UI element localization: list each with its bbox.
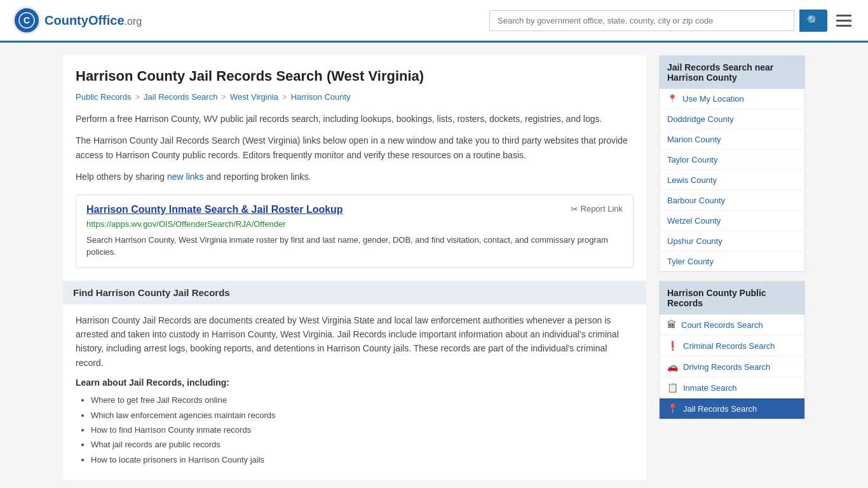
result-card-header: Harrison County Inmate Search & Jail Ros… — [86, 204, 623, 215]
page-title: Harrison County Jail Records Search (Wes… — [76, 68, 634, 85]
logo-area: C CountyOffice.org — [13, 6, 142, 34]
record-icon: 📍 — [667, 403, 678, 414]
nearby-heading: Jail Records Search near Harrison County — [667, 62, 773, 83]
menu-bar-3 — [836, 25, 851, 27]
search-button[interactable]: 🔍 — [799, 10, 827, 32]
record-link[interactable]: Driving Records Search — [683, 362, 770, 372]
county-list: Doddridge CountyMarion CountyTaylor Coun… — [660, 109, 804, 271]
county-link[interactable]: Tyler County — [667, 257, 714, 266]
county-link[interactable]: Doddridge County — [667, 114, 734, 124]
county-link[interactable]: Lewis County — [667, 175, 717, 185]
public-records-header: Harrison County Public Records — [660, 281, 804, 315]
record-link[interactable]: Court Records Search — [681, 320, 763, 330]
county-link[interactable]: Marion County — [667, 135, 721, 144]
list-item: How to find Harrison County inmate recor… — [91, 423, 634, 437]
bullet-list: Where to get free Jail Records onlineWhi… — [76, 393, 634, 467]
breadcrumb-harrison-county[interactable]: Harrison County — [291, 92, 351, 102]
desc3-prefix: Help others by sharing — [76, 172, 167, 182]
public-records-heading: Harrison County Public Records — [667, 288, 766, 308]
county-list-item[interactable]: Tyler County — [660, 252, 804, 271]
county-list-item[interactable]: Wetzel County — [660, 211, 804, 231]
learn-heading: Learn about Jail Records, including: — [76, 377, 634, 388]
public-records-section: Harrison County Public Records 🏛 Court R… — [659, 281, 805, 419]
record-icon: 🏛 — [667, 320, 676, 330]
list-item: What jail records are public records — [91, 437, 634, 452]
svg-text:C: C — [24, 15, 30, 25]
breadcrumb: Public Records > Jail Records Search > W… — [76, 92, 634, 102]
use-my-location[interactable]: 📍 Use My Location — [660, 89, 804, 109]
breadcrumb-jail-records[interactable]: Jail Records Search — [144, 92, 217, 102]
breadcrumb-sep-1: > — [135, 92, 140, 102]
report-label: Report Link — [581, 204, 623, 214]
county-list-item[interactable]: Barbour County — [660, 191, 804, 211]
nearby-section: Jail Records Search near Harrison County… — [659, 55, 805, 272]
menu-button[interactable] — [832, 11, 855, 30]
county-link[interactable]: Barbour County — [667, 196, 725, 205]
record-icon: ❗ — [667, 341, 678, 351]
find-section-body: Harrison County Jail Records are documen… — [76, 313, 634, 370]
record-icon: 🚗 — [667, 362, 678, 372]
breadcrumb-sep-3: > — [282, 92, 287, 102]
header: C CountyOffice.org 🔍 — [0, 0, 868, 43]
public-record-item[interactable]: 📋 Inmate Search — [660, 377, 804, 398]
logo-icon: C — [13, 6, 41, 34]
record-link[interactable]: Inmate Search — [683, 383, 737, 393]
list-item: How to locate prisoners in Harrison Coun… — [91, 452, 634, 467]
public-record-item[interactable]: ❗ Criminal Records Search — [660, 336, 804, 356]
public-record-item[interactable]: 🏛 Court Records Search — [660, 315, 804, 336]
county-list-item[interactable]: Marion County — [660, 130, 804, 150]
report-icon: ✂ — [571, 204, 578, 214]
record-icon: 📋 — [667, 383, 678, 393]
list-item: Which law enforcement agencies maintain … — [91, 408, 634, 423]
record-link[interactable]: Criminal Records Search — [683, 341, 775, 351]
use-location-label: Use My Location — [682, 94, 744, 104]
logo-text: CountyOffice.org — [44, 13, 142, 28]
list-item: Where to get free Jail Records online — [91, 393, 634, 407]
menu-bar-2 — [836, 20, 851, 22]
county-list-item[interactable]: Lewis County — [660, 170, 804, 191]
description-1: Perform a free Harrison County, WV publi… — [76, 112, 634, 126]
county-link[interactable]: Upshur County — [667, 236, 722, 246]
content-area: Harrison County Jail Records Search (Wes… — [63, 55, 646, 480]
county-list-item[interactable]: Doddridge County — [660, 109, 804, 130]
logo-suffix: .org — [125, 16, 142, 27]
breadcrumb-west-virginia[interactable]: West Virginia — [230, 92, 278, 102]
search-icon: 🔍 — [807, 15, 820, 26]
public-records-list: 🏛 Court Records Search ❗ Criminal Record… — [660, 315, 804, 419]
search-area: 🔍 — [489, 10, 855, 32]
desc3-suffix: and reporting broken links. — [204, 172, 311, 182]
search-input[interactable] — [489, 10, 794, 31]
find-section-header: Find Harrison County Jail Records — [63, 281, 646, 304]
menu-bar-1 — [836, 15, 851, 17]
report-link[interactable]: ✂ Report Link — [571, 204, 623, 214]
main-container: Harrison County Jail Records Search (Wes… — [53, 43, 815, 488]
result-card: Harrison County Inmate Search & Jail Ros… — [76, 194, 634, 268]
public-record-item[interactable]: 🚗 Driving Records Search — [660, 356, 804, 377]
county-list-item[interactable]: Taylor County — [660, 150, 804, 170]
breadcrumb-public-records[interactable]: Public Records — [76, 92, 131, 102]
description-3: Help others by sharing new links and rep… — [76, 170, 634, 184]
result-title[interactable]: Harrison County Inmate Search & Jail Ros… — [86, 204, 343, 215]
logo-brand: CountyOffice — [44, 13, 125, 27]
result-description: Search Harrison County, West Virginia in… — [86, 234, 623, 259]
new-links-link[interactable]: new links — [167, 172, 204, 182]
location-pin-icon: 📍 — [667, 94, 677, 104]
breadcrumb-sep-2: > — [221, 92, 226, 102]
description-2: The Harrison County Jail Records Search … — [76, 133, 634, 162]
record-link[interactable]: Jail Records Search — [683, 404, 757, 414]
public-record-item[interactable]: 📍 Jail Records Search — [660, 398, 804, 419]
county-link[interactable]: Wetzel County — [667, 216, 721, 226]
sidebar: Jail Records Search near Harrison County… — [659, 55, 805, 480]
county-link[interactable]: Taylor County — [667, 155, 717, 165]
nearby-section-header: Jail Records Search near Harrison County — [660, 56, 804, 89]
result-url[interactable]: https://apps.wv.gov/OIS/OffenderSearch/R… — [86, 219, 623, 229]
county-list-item[interactable]: Upshur County — [660, 231, 804, 252]
